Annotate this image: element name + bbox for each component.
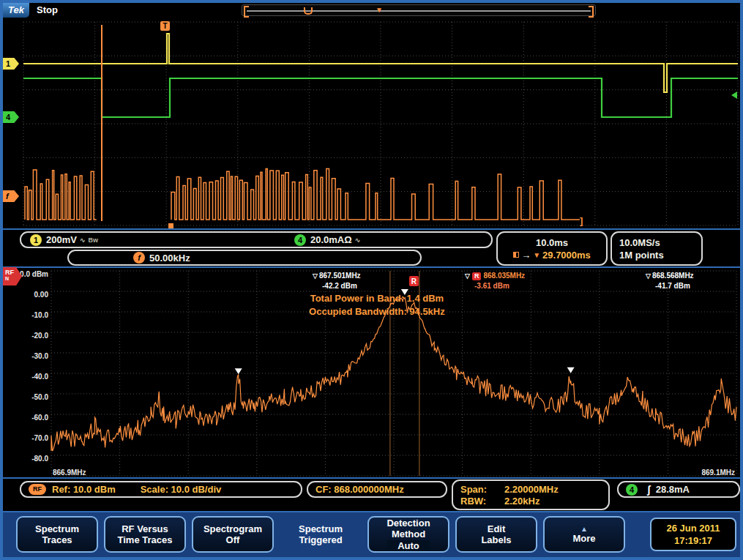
marker-readout-ref: ▽R868.035MHz -3.61 dBm — [465, 271, 525, 291]
ch1-scale: 200mV — [46, 234, 77, 245]
ch1-readout: 1 200mV ∿ Bw — [30, 234, 98, 246]
spectrum-traces-button[interactable]: Spectrum Traces — [16, 516, 98, 553]
y-axis-label: -10.0 — [31, 311, 48, 319]
y-axis-label: -40.0 — [31, 373, 48, 381]
ch1-badge-icon: 1 — [30, 234, 42, 246]
detection-method-button[interactable]: Detection Method Auto — [367, 516, 449, 553]
ch4-measurement-readout: 4 ʃ 28.8mA — [617, 481, 740, 498]
center-frequency-readout: CF: 868.000000MHz — [307, 481, 447, 498]
total-power-annotation: Total Power in Band: 1.4 dBm — [309, 292, 445, 305]
occupied-bw-annotation: Occupied Bandwidth: 94.5kHz — [309, 305, 445, 318]
channel-scale-readout: 1 200mV ∿ Bw 4 20.0mA Ω ∿ — [20, 231, 493, 248]
record-length: 1M points — [619, 250, 664, 261]
spectrum-triggered-label[interactable]: Spectrum Triggered — [280, 516, 362, 553]
y-axis-label: -60.0 — [31, 414, 48, 422]
trigger-position-icon: ▼ — [376, 6, 383, 15]
span-rbw-readout: Span:2.20000MHz RBW:2.20kHz — [452, 479, 610, 510]
rf-amplitude-trace — [25, 168, 580, 220]
edit-labels-button[interactable]: Edit Labels — [455, 516, 537, 553]
marker-readout-3: ▽868.568MHz -41.7 dBm — [646, 271, 694, 291]
squiggle-icon: ʃ — [647, 484, 651, 496]
ch4-level-arrow-icon — [731, 92, 737, 99]
rf-freq-group: f 50.00kHz — [133, 252, 190, 264]
chevron-up-icon: ▲ — [580, 526, 588, 533]
date: 26 Jun 2011 — [667, 522, 720, 534]
rf-freq-scale: 50.00kHz — [149, 253, 190, 264]
acquisition-overview-bar[interactable]: ▼ — [242, 4, 596, 16]
ref-level: Ref: 10.0 dBm — [52, 484, 116, 495]
y-axis-label: -30.0 — [31, 352, 48, 360]
freq-axis-left-label: 866.9MHz — [53, 468, 86, 477]
ch4-bandwidth-icon: ∿ — [355, 236, 361, 244]
y-axis-label: -50.0 — [31, 393, 48, 401]
reference-marker-chip: R — [472, 272, 482, 280]
marker-triangle-icon: ▽ — [646, 272, 651, 280]
sample-rate-readout: 10.0MS/s 1M points — [611, 231, 703, 266]
ch4-measurement-value: 28.8mA — [656, 484, 690, 495]
pan-zoom-indicator-icon — [304, 7, 313, 15]
arrow-right-icon: → — [521, 250, 531, 261]
rf-versus-time-traces-button[interactable]: RF Versus Time Traces — [104, 516, 186, 553]
datetime-display: 26 Jun 2011 17:19:17 — [650, 518, 736, 551]
channel-readout-row: 1 200mV ∿ Bw 4 20.0mA Ω ∿ f 50.00kHz 10.… — [3, 230, 740, 266]
marker3-amp: -41.7 dBm — [646, 281, 694, 291]
sample-rate: 10.0MS/s — [619, 237, 660, 248]
time-domain-plot: T] — [3, 19, 740, 228]
more-button[interactable]: ▲ More — [543, 516, 625, 553]
trigger-time-line: → ▼ 29.7000ms — [513, 250, 591, 261]
span-value: 2.20000MHz — [504, 484, 559, 495]
waveform-overview-line — [247, 10, 591, 12]
detection-method-value: Auto — [387, 540, 430, 551]
horizontal-readout: 10.0ms → ▼ 29.7000ms — [496, 231, 608, 266]
marker3-freq: 868.568MHz — [652, 272, 694, 280]
softkey-menu: Spectrum Traces RF Versus Time Traces Sp… — [3, 511, 740, 557]
horizontal-scale: 10.0ms — [536, 237, 568, 248]
spectrum-display: 10.0 dBm0.00-10.0-20.0-30.0-40.0-50.0-60… — [3, 266, 740, 479]
marker1-amp: -42.2 dBm — [313, 281, 361, 291]
spectrogram-button[interactable]: Spectrogram Off — [192, 516, 274, 553]
marker-triangle-icon: ▽ — [313, 272, 318, 280]
span-label: Span: — [460, 484, 504, 495]
svg-text:R: R — [411, 277, 417, 285]
marker1-freq: 867.501MHz — [319, 272, 361, 280]
center-frequency: CF: 868.000000MHz — [316, 484, 404, 495]
rf-f-badge-icon: f — [133, 252, 145, 264]
time-domain-display: T] 1 4 f — [3, 19, 740, 230]
y-axis-label: -20.0 — [31, 332, 48, 340]
marker2-amp: -3.61 dBm — [465, 281, 525, 291]
trigger-triangle-icon: ▼ — [533, 251, 540, 259]
rf-badge-label: RF — [5, 269, 14, 276]
band-measurements: Total Power in Band: 1.4 dBm Occupied Ba… — [309, 292, 445, 318]
tek-logo: Tek — [3, 3, 29, 18]
y-axis-label: 0.00 — [34, 291, 49, 299]
spectrum-settings-row: RF Ref: 10.0 dBm Scale: 10.0 dB/div CF: … — [3, 479, 740, 511]
record-end-bracket-icon: ] — [580, 215, 583, 226]
ch4-badge-icon: 4 — [294, 234, 306, 246]
trigger-time-value: 29.7000ms — [542, 250, 591, 261]
y-axis-label: -70.0 — [31, 434, 48, 442]
oscilloscope-screen: Tek Stop ▼ T] 1 4 f 1 200mV ∿ Bw 4 20.0m… — [0, 0, 743, 560]
rf-ref-scale-readout: RF Ref: 10.0 dBm Scale: 10.0 dB/div — [20, 481, 302, 498]
event-square-icon — [168, 223, 173, 228]
acquisition-state: Stop — [37, 4, 58, 15]
rf-badge-icon: RF — [29, 484, 46, 495]
ch1-bw-limit-icon: Bw — [88, 236, 98, 244]
top-status-bar: Tek Stop ▼ — [3, 3, 740, 19]
svg-text:T: T — [163, 22, 167, 30]
marker2-freq: 868.035MHz — [483, 272, 525, 280]
ch4-scale: 20.0mA — [310, 234, 344, 245]
window-bracket-left-icon — [244, 6, 249, 18]
window-bracket-right-icon — [589, 6, 594, 18]
freq-axis-right-label: 869.1MHz — [701, 468, 735, 477]
y-axis-label: -80.0 — [31, 455, 48, 463]
vertical-scale: Scale: 10.0 dB/div — [141, 484, 222, 495]
rbw-value: 2.20kHz — [504, 496, 539, 507]
trigger-source-icon — [513, 252, 519, 258]
ch4-readout: 4 20.0mA Ω ∿ — [294, 234, 360, 246]
marker-triangle-icon: ▽ — [465, 272, 470, 280]
ch1-bandwidth-icon: ∿ — [80, 236, 86, 244]
ch4-coupling: Ω — [344, 234, 351, 245]
ch4-badge-icon: 4 — [626, 484, 638, 496]
marker-readout-1: ▽867.501MHz -42.2 dBm — [313, 271, 361, 291]
rf-frequency-readout: f 50.00kHz — [67, 250, 422, 266]
